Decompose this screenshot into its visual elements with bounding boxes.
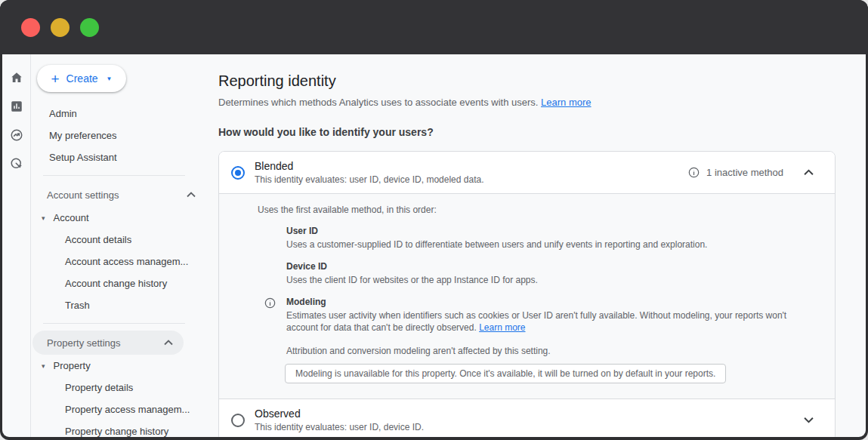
home-icon[interactable]: [10, 71, 23, 85]
sidebar-group-label: Account: [54, 212, 89, 223]
expand-observed-chevron-down-icon[interactable]: [801, 414, 817, 426]
create-button-label: Create: [66, 72, 98, 85]
learn-more-link[interactable]: Learn more: [541, 97, 591, 108]
method-description-text: Estimates user activity when identifiers…: [286, 310, 786, 333]
option-description: This identity evaluates: user ID, device…: [255, 174, 688, 185]
create-button[interactable]: + Create ▼: [37, 65, 126, 92]
analytics-admin-app: + Create ▼ Admin My preferences Setup As…: [2, 54, 866, 437]
caret-down-icon: ▾: [42, 362, 45, 370]
reporting-identity-card: Blended This identity evaluates: user ID…: [218, 151, 836, 437]
method-title: Modeling: [286, 297, 808, 307]
sidebar-divider: [43, 175, 185, 176]
option-text: Observed This identity evaluates: user I…: [255, 408, 801, 432]
modeling-unavailable-notice: Modeling is unavailable for this propert…: [285, 364, 726, 383]
chevron-up-icon: [187, 192, 196, 198]
sidebar-nav: Admin My preferences Setup Assistant Acc…: [31, 103, 206, 437]
sidebar-item-setup-assistant[interactable]: Setup Assistant: [31, 146, 206, 168]
option-right-controls: 1 inactive method: [688, 166, 817, 179]
method-device-id: Device ID Uses the client ID for website…: [286, 261, 808, 286]
method-user-id: User ID Uses a customer-supplied ID to d…: [286, 226, 808, 251]
zoom-window-button[interactable]: [80, 18, 99, 37]
section-header-property-settings[interactable]: Property settings: [32, 331, 184, 355]
option-title-observed: Observed: [255, 408, 801, 420]
inactive-method-badge: 1 inactive method: [706, 167, 783, 178]
caret-down-icon: ▾: [42, 214, 45, 222]
section-header-label: Property settings: [47, 337, 121, 349]
method-description: Estimates user activity when identifiers…: [286, 309, 808, 334]
option-text: Blended This identity evaluates: user ID…: [255, 160, 688, 185]
sidebar-group-property[interactable]: ▾ Property: [31, 355, 206, 377]
method-description: Uses the client ID for websites or the a…: [286, 274, 808, 286]
sidebar-item-admin[interactable]: Admin: [31, 103, 206, 125]
reports-icon[interactable]: [10, 100, 23, 113]
option-row-blended[interactable]: Blended This identity evaluates: user ID…: [219, 152, 835, 193]
detail-intro: Uses the first available method, in this…: [258, 205, 817, 215]
main-content: Reporting identity Determines which meth…: [206, 54, 866, 437]
method-title: Device ID: [286, 261, 808, 272]
radio-observed-unselected[interactable]: [231, 414, 245, 427]
sidebar-divider: [43, 323, 185, 324]
chevron-down-icon: ▼: [107, 75, 113, 82]
info-icon: [264, 297, 276, 312]
sidebar-item-trash[interactable]: Trash: [31, 294, 206, 316]
attribution-note: Attribution and conversion modeling aren…: [286, 346, 817, 356]
admin-sidebar: + Create ▼ Admin My preferences Setup As…: [31, 54, 206, 437]
method-description: Uses a customer-supplied ID to different…: [286, 238, 808, 251]
chevron-up-icon: [164, 340, 173, 346]
sidebar-item-property-access-management[interactable]: Property access managem...: [31, 398, 206, 420]
nav-rail: [2, 54, 31, 437]
explore-icon[interactable]: [10, 128, 23, 142]
option-title-blended: Blended: [255, 160, 688, 172]
sidebar-group-label: Property: [54, 360, 91, 371]
sidebar-item-account-change-history[interactable]: Account change history: [31, 272, 206, 294]
option-description: This identity evaluates: user ID, device…: [255, 422, 801, 432]
sidebar-item-property-change-history[interactable]: Property change history: [31, 420, 206, 437]
option-right-controls: [801, 414, 817, 426]
sidebar-item-account-details[interactable]: Account details: [31, 229, 206, 251]
modeling-learn-more-link[interactable]: Learn more: [479, 322, 525, 333]
browser-window: + Create ▼ Admin My preferences Setup As…: [0, 0, 868, 440]
sidebar-item-account-access-management[interactable]: Account access managem...: [31, 251, 206, 272]
option-row-observed[interactable]: Observed This identity evaluates: user I…: [219, 398, 835, 437]
sidebar-item-property-details[interactable]: Property details: [31, 377, 206, 398]
page-title: Reporting identity: [218, 72, 836, 90]
section-header-account-settings[interactable]: Account settings: [31, 183, 206, 207]
identify-users-question: How would you like to identify your user…: [218, 126, 836, 138]
minimize-window-button[interactable]: [51, 18, 70, 37]
method-title: User ID: [286, 226, 808, 236]
blended-detail-panel: Uses the first available method, in this…: [219, 193, 835, 398]
method-modeling: Modeling Estimates user activity when id…: [286, 297, 808, 334]
radio-blended-selected[interactable]: [231, 166, 245, 180]
collapse-blended-chevron-up-icon[interactable]: [801, 166, 817, 179]
window-titlebar: [0, 0, 868, 54]
section-header-label: Account settings: [47, 189, 119, 201]
info-icon[interactable]: [688, 167, 700, 178]
plus-icon: +: [51, 72, 59, 86]
sidebar-group-account[interactable]: ▾ Account: [31, 207, 206, 229]
advertising-icon[interactable]: [10, 157, 23, 171]
sidebar-item-my-preferences[interactable]: My preferences: [31, 125, 206, 146]
page-subtitle-text: Determines which methods Analytics uses …: [218, 97, 538, 108]
page-subtitle: Determines which methods Analytics uses …: [218, 97, 836, 108]
close-window-button[interactable]: [21, 18, 40, 37]
